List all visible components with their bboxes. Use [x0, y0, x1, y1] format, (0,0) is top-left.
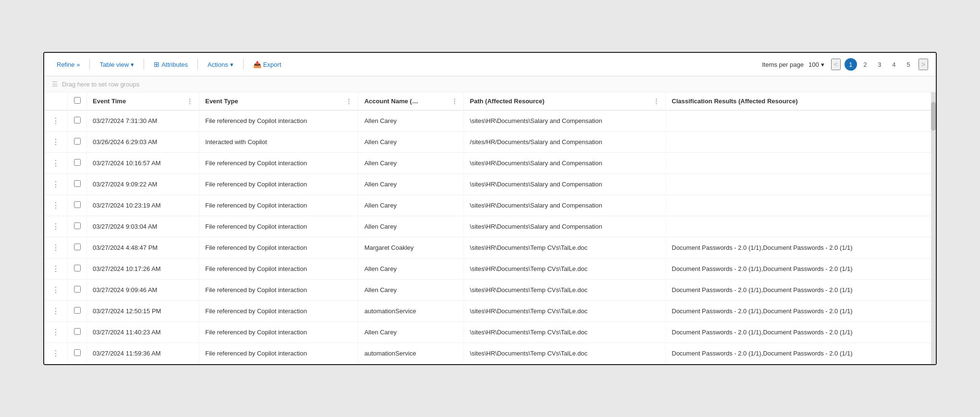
row-path: \sites\HR\Documents\Temp CVs\TalLe.doc — [464, 301, 666, 322]
page-5-button[interactable]: 5 — [902, 58, 915, 71]
table-row: ⋮ 03/27/2024 10:16:57 AM File referenced… — [44, 153, 936, 174]
col-event-type: Event Type ⋮ — [199, 92, 358, 110]
pagination: 1 2 3 4 5 — [845, 58, 915, 71]
row-account-name: Allen Carey — [358, 132, 464, 153]
row-menu-button[interactable]: ⋮ — [50, 263, 61, 274]
row-account-name: Allen Carey — [358, 322, 464, 343]
row-menu-button[interactable]: ⋮ — [50, 179, 61, 190]
row-path: \sites\HR\Documents\Temp CVs\TalLe.doc — [464, 258, 666, 280]
row-menu-cell: ⋮ — [44, 322, 68, 343]
table-row: ⋮ 03/27/2024 4:48:47 PM File referenced … — [44, 237, 936, 258]
items-per-page-selector[interactable]: 100 ▾ — [806, 59, 827, 70]
row-checkbox[interactable] — [74, 138, 81, 145]
attributes-button[interactable]: ⊞ Attributes — [149, 58, 193, 71]
event-type-menu-icon[interactable]: ⋮ — [345, 98, 352, 105]
row-event-type: File referenced by Copilot interaction — [199, 216, 358, 237]
page-3-button[interactable]: 3 — [873, 58, 886, 71]
row-menu-button[interactable]: ⋮ — [50, 306, 61, 317]
row-checkbox-cell — [68, 237, 87, 258]
row-checkbox-cell — [68, 195, 87, 216]
table-view-button[interactable]: Table view ▾ — [95, 58, 139, 71]
row-event-time: 03/27/2024 10:17:26 AM — [87, 258, 199, 280]
row-checkbox[interactable] — [74, 265, 81, 271]
row-account-name: Allen Carey — [358, 280, 464, 301]
row-checkbox[interactable] — [74, 349, 81, 356]
event-time-menu-icon[interactable]: ⋮ — [186, 98, 193, 105]
page-1-button[interactable]: 1 — [845, 58, 857, 71]
divider-1 — [89, 59, 90, 70]
event-type-header: Event Type — [205, 98, 238, 105]
next-page-button[interactable]: > — [919, 59, 928, 70]
row-checkbox[interactable] — [74, 244, 81, 250]
row-path: \sites\HR\Documents\Salary and Compensat… — [464, 216, 666, 237]
row-account-name: Allen Carey — [358, 195, 464, 216]
row-path: \sites\HR\Documents\Salary and Compensat… — [464, 153, 666, 174]
col-path: Path (Affected Resource) ⋮ — [464, 92, 666, 110]
row-classification: Document Passwords - 2.0 (1/1),Document … — [666, 280, 936, 301]
row-event-time: 03/27/2024 4:48:47 PM — [87, 237, 199, 258]
row-menu-button[interactable]: ⋮ — [50, 327, 61, 338]
row-checkbox[interactable] — [74, 201, 81, 208]
row-menu-button[interactable]: ⋮ — [50, 284, 61, 295]
row-menu-button[interactable]: ⋮ — [50, 221, 61, 232]
chevron-down-icon-actions: ▾ — [230, 61, 233, 68]
row-event-type: File referenced by Copilot interaction — [199, 301, 358, 322]
row-checkbox[interactable] — [74, 328, 81, 335]
row-menu-button[interactable]: ⋮ — [50, 348, 61, 359]
row-menu-button[interactable]: ⋮ — [50, 242, 61, 253]
row-checkbox-cell — [68, 280, 87, 301]
items-per-page-value: 100 — [808, 61, 819, 68]
row-checkbox[interactable] — [74, 286, 81, 293]
row-event-time: 03/27/2024 11:40:23 AM — [87, 322, 199, 343]
row-classification: Document Passwords - 2.0 (1/1),Document … — [666, 258, 936, 280]
account-name-menu-icon[interactable]: ⋮ — [451, 98, 458, 105]
row-event-time: 03/27/2024 10:23:19 AM — [87, 195, 199, 216]
row-classification — [666, 153, 936, 174]
page-2-button[interactable]: 2 — [859, 58, 871, 71]
row-menu-button[interactable]: ⋮ — [50, 158, 61, 169]
row-event-time: 03/27/2024 9:09:22 AM — [87, 174, 199, 195]
row-menu-button[interactable]: ⋮ — [50, 200, 61, 211]
path-header: Path (Affected Resource) — [470, 98, 544, 105]
row-menu-button[interactable]: ⋮ — [50, 136, 61, 147]
row-menu-cell: ⋮ — [44, 174, 68, 195]
actions-button[interactable]: Actions ▾ — [203, 58, 238, 71]
scrollbar[interactable] — [931, 92, 936, 364]
row-checkbox[interactable] — [74, 180, 81, 187]
select-all-checkbox[interactable] — [74, 97, 81, 104]
row-checkbox[interactable] — [74, 117, 81, 123]
refine-button[interactable]: Refine » — [52, 58, 85, 71]
row-checkbox[interactable] — [74, 222, 81, 229]
col-event-time: Event Time ⋮ — [87, 92, 199, 110]
export-label: Export — [263, 61, 282, 68]
export-button[interactable]: 📤 Export — [248, 58, 286, 71]
row-checkbox[interactable] — [74, 159, 81, 166]
row-checkbox-cell — [68, 132, 87, 153]
row-classification — [666, 216, 936, 237]
row-path: \sites\HR\Documents\Salary and Compensat… — [464, 195, 666, 216]
col-row-menu — [44, 92, 68, 110]
table-row: ⋮ 03/26/2024 6:29:03 AM Interacted with … — [44, 132, 936, 153]
row-event-type: File referenced by Copilot interaction — [199, 110, 358, 132]
prev-page-button[interactable]: < — [831, 59, 841, 70]
table-row: ⋮ 03/27/2024 12:50:15 PM File referenced… — [44, 301, 936, 322]
page-4-button[interactable]: 4 — [888, 58, 900, 71]
row-checkbox-cell — [68, 258, 87, 280]
row-event-type: File referenced by Copilot interaction — [199, 237, 358, 258]
row-path: \sites\HR\Documents\Temp CVs\TalLe.doc — [464, 322, 666, 343]
account-name-header: Account Name (… — [364, 98, 418, 105]
row-menu-cell: ⋮ — [44, 195, 68, 216]
export-icon: 📤 — [253, 61, 261, 68]
chevron-down-icon: ▾ — [131, 61, 134, 68]
table-body: ⋮ 03/27/2024 7:31:30 AM File referenced … — [44, 110, 936, 364]
row-checkbox[interactable] — [74, 307, 81, 314]
items-per-page-label: Items per page — [762, 61, 804, 68]
path-menu-icon[interactable]: ⋮ — [653, 98, 660, 105]
col-account-name: Account Name (… ⋮ — [358, 92, 464, 110]
row-checkbox-cell — [68, 174, 87, 195]
row-menu-button[interactable]: ⋮ — [50, 115, 61, 126]
row-checkbox-cell — [68, 153, 87, 174]
main-container: Refine » Table view ▾ ⊞ Attributes Actio… — [43, 52, 937, 365]
row-event-type: File referenced by Copilot interaction — [199, 174, 358, 195]
row-path: \sites\HR\Documents\Temp CVs\TalLe.doc — [464, 280, 666, 301]
